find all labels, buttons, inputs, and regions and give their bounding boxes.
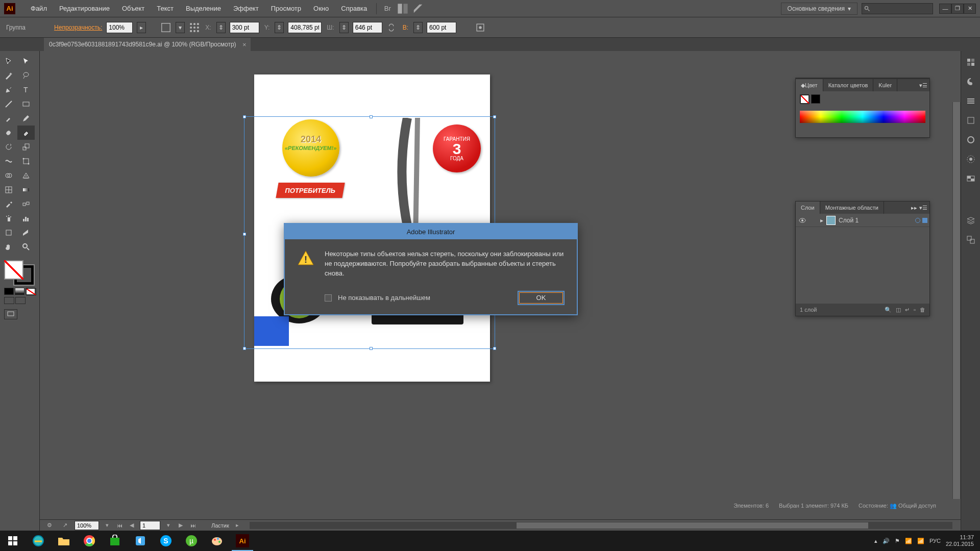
paintbrush-tool[interactable] (0, 111, 17, 126)
audio-icon[interactable] (128, 531, 153, 551)
delete-layer-icon[interactable]: 🗑 (920, 307, 925, 313)
feather-icon[interactable] (412, 3, 424, 14)
rotate-tool[interactable] (0, 140, 17, 154)
tray-battery-icon[interactable]: 📶 (917, 538, 924, 544)
tray-lang[interactable]: РУС (929, 538, 941, 544)
zoom-tool[interactable] (17, 240, 35, 254)
blend-tool[interactable] (17, 197, 35, 211)
ie-icon[interactable] (26, 531, 51, 551)
color-tab[interactable]: ◆ Цвет (796, 79, 823, 91)
dock-transparency-icon[interactable] (965, 172, 977, 185)
target-icon[interactable] (915, 218, 920, 223)
expand-layer-icon[interactable]: ▸ (820, 217, 823, 224)
menu-help[interactable]: Справка (335, 5, 373, 12)
scale-tool[interactable] (17, 140, 35, 154)
maximize-button[interactable]: ❐ (951, 4, 964, 14)
horizontal-scrollbar[interactable] (250, 522, 952, 529)
utorrent-icon[interactable]: µ (179, 531, 204, 551)
prev-artboard-icon[interactable]: ◀ (128, 521, 136, 530)
menu-type[interactable]: Текст (151, 5, 180, 12)
link-wh-icon[interactable] (386, 22, 398, 33)
tray-up-icon[interactable]: ▴ (874, 538, 877, 544)
store-icon[interactable] (102, 531, 128, 551)
h-stepper[interactable]: ⇕ (413, 22, 423, 33)
vertical-scrollbar[interactable] (952, 102, 961, 499)
dock-symbols-icon[interactable] (965, 114, 977, 127)
x-input[interactable] (230, 22, 259, 33)
chrome-icon[interactable] (77, 531, 102, 551)
dock-color-icon[interactable] (965, 56, 977, 68)
paint-icon[interactable] (204, 531, 230, 551)
start-button[interactable] (0, 531, 26, 551)
color-mode-icon[interactable] (4, 288, 14, 295)
gpu-icon[interactable]: ⚙ (44, 520, 55, 531)
new-sublayer-icon[interactable]: ↵ (905, 307, 910, 313)
skype-icon[interactable]: S (153, 531, 179, 551)
pencil-tool[interactable] (17, 111, 35, 126)
lasso-tool[interactable] (17, 68, 35, 83)
eyedropper-tool[interactable] (0, 197, 17, 211)
tray-volume-icon[interactable]: 🔊 (883, 538, 890, 544)
selection-tool[interactable] (0, 54, 17, 68)
next-artboard-icon[interactable]: ▶ (177, 521, 185, 530)
w-stepper[interactable]: ⇕ (339, 22, 349, 33)
artboards-tab[interactable]: Монтажные области (820, 202, 884, 214)
width-tool[interactable] (0, 154, 17, 168)
free-transform-tool[interactable] (17, 154, 35, 168)
dock-stroke-icon[interactable] (965, 134, 977, 146)
dont-show-checkbox[interactable] (325, 294, 332, 302)
explorer-icon[interactable] (51, 531, 77, 551)
line-tool[interactable] (0, 97, 17, 111)
transform-icon[interactable] (160, 22, 172, 33)
layer-row[interactable]: ▸ Слой 1 (796, 214, 929, 227)
dock-layers-icon[interactable] (965, 214, 977, 227)
rectangle-tool[interactable] (17, 97, 35, 111)
last-artboard-icon[interactable]: ⏭ (189, 521, 197, 530)
minimize-button[interactable]: — (939, 4, 951, 14)
stroke-swatch[interactable] (811, 94, 820, 104)
draw-mode-2-icon[interactable] (15, 297, 26, 304)
layers-tab[interactable]: Слои (796, 202, 820, 214)
shape-builder-tool[interactable] (0, 168, 17, 183)
ok-button[interactable]: OK (518, 291, 565, 305)
mesh-tool[interactable] (0, 183, 17, 197)
fill-stroke-swatch[interactable] (4, 260, 34, 285)
slice-tool[interactable] (17, 226, 35, 240)
tray-network-icon[interactable]: 📶 (905, 538, 912, 544)
first-artboard-icon[interactable]: ⏮ (115, 521, 124, 530)
menu-file[interactable]: Файл (24, 5, 53, 12)
direct-selection-tool[interactable] (17, 54, 35, 68)
screen-mode-icon[interactable] (4, 309, 17, 319)
share-icon[interactable]: ↗ (59, 520, 70, 531)
reference-point-icon[interactable] (189, 22, 200, 33)
dock-brushes-icon[interactable] (965, 95, 977, 107)
perspective-tool[interactable] (17, 168, 35, 183)
hand-tool[interactable] (0, 240, 17, 254)
fill-swatch[interactable] (800, 94, 809, 104)
zoom-dropdown[interactable]: ▾ (103, 521, 111, 530)
artboard-tool[interactable] (0, 226, 17, 240)
workspace-dropdown[interactable]: Основные сведения▾ (781, 3, 857, 15)
document-tab[interactable]: 0c3f9e0753e6031881891743d9581c9e.ai @ 10… (44, 38, 251, 51)
tray-flag-icon[interactable]: ⚑ (895, 538, 900, 544)
gradient-tool[interactable] (17, 183, 35, 197)
dock-gradient-icon[interactable] (965, 153, 977, 165)
layers-collapse-icon[interactable]: ▸▸ (911, 205, 917, 211)
zoom-input[interactable] (75, 521, 99, 530)
tray-clock[interactable]: 11:37 22.01.2015 (946, 534, 974, 547)
menu-select[interactable]: Выделение (180, 5, 227, 12)
close-tab-icon[interactable]: × (242, 41, 247, 48)
pen-tool[interactable] (0, 83, 17, 97)
eraser-tool[interactable] (17, 126, 35, 140)
transform-dropdown[interactable]: ▾ (176, 22, 185, 33)
menu-view[interactable]: Просмотр (265, 5, 307, 12)
w-input[interactable] (353, 22, 382, 33)
gradient-mode-icon[interactable] (15, 288, 24, 295)
opacity-input[interactable] (106, 22, 133, 33)
graph-tool[interactable] (17, 211, 35, 226)
magic-wand-tool[interactable] (0, 68, 17, 83)
panel-menu-icon[interactable]: ▾☰ (919, 82, 927, 89)
menu-object[interactable]: Объект (116, 5, 151, 12)
menu-effect[interactable]: Эффект (227, 5, 265, 12)
illustrator-task-icon[interactable]: Ai (230, 531, 255, 551)
